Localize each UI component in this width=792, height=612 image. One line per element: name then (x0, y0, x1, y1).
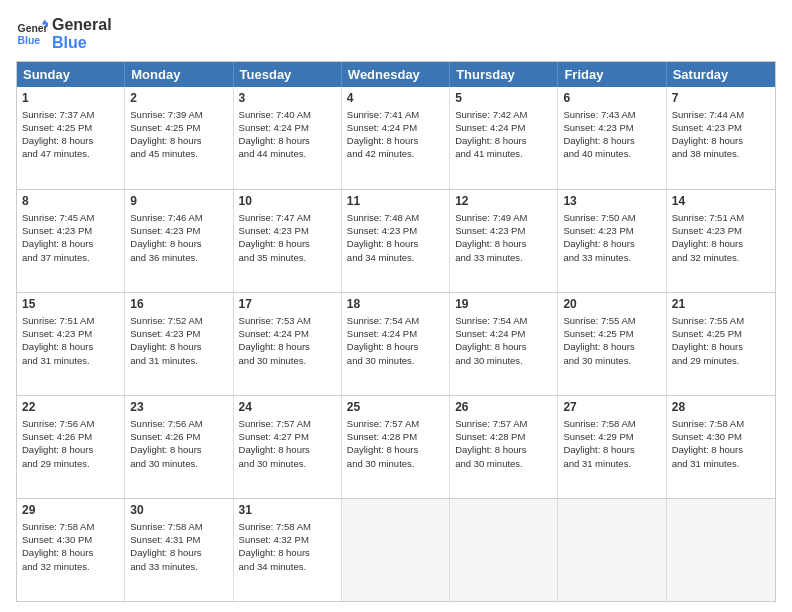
day-info-line: Sunrise: 7:57 AM (455, 417, 552, 430)
day-info-line: Sunset: 4:24 PM (455, 121, 552, 134)
day-info-line: Daylight: 8 hours (455, 134, 552, 147)
day-info-line: Sunset: 4:23 PM (563, 121, 660, 134)
calendar-cell: 14Sunrise: 7:51 AMSunset: 4:23 PMDayligh… (667, 190, 775, 292)
calendar-cell: 20Sunrise: 7:55 AMSunset: 4:25 PMDayligh… (558, 293, 666, 395)
day-number: 15 (22, 296, 119, 313)
day-info-line: and 34 minutes. (347, 251, 444, 264)
calendar-header-day: Friday (558, 62, 666, 87)
day-info-line: and 29 minutes. (22, 457, 119, 470)
day-number: 3 (239, 90, 336, 107)
calendar-cell: 25Sunrise: 7:57 AMSunset: 4:28 PMDayligh… (342, 396, 450, 498)
calendar-body: 1Sunrise: 7:37 AMSunset: 4:25 PMDaylight… (17, 87, 775, 601)
day-info-line: and 29 minutes. (672, 354, 770, 367)
header: General Blue General Blue (16, 16, 776, 53)
day-info-line: Sunrise: 7:41 AM (347, 108, 444, 121)
day-info-line: Sunset: 4:30 PM (22, 533, 119, 546)
day-info-line: Sunset: 4:30 PM (672, 430, 770, 443)
day-info-line: Daylight: 8 hours (22, 340, 119, 353)
day-info-line: Sunrise: 7:43 AM (563, 108, 660, 121)
day-info-line: Sunrise: 7:54 AM (347, 314, 444, 327)
day-info-line: Sunrise: 7:58 AM (563, 417, 660, 430)
day-info-line: and 42 minutes. (347, 147, 444, 160)
day-info-line: Sunset: 4:23 PM (672, 224, 770, 237)
calendar-cell: 18Sunrise: 7:54 AMSunset: 4:24 PMDayligh… (342, 293, 450, 395)
day-number: 31 (239, 502, 336, 519)
calendar-cell: 8Sunrise: 7:45 AMSunset: 4:23 PMDaylight… (17, 190, 125, 292)
day-info-line: and 45 minutes. (130, 147, 227, 160)
day-info-line: and 35 minutes. (239, 251, 336, 264)
calendar-header-day: Monday (125, 62, 233, 87)
day-info-line: Sunrise: 7:56 AM (22, 417, 119, 430)
day-info-line: and 30 minutes. (239, 457, 336, 470)
day-number: 7 (672, 90, 770, 107)
calendar-cell: 27Sunrise: 7:58 AMSunset: 4:29 PMDayligh… (558, 396, 666, 498)
day-info-line: Sunrise: 7:57 AM (239, 417, 336, 430)
day-info-line: Daylight: 8 hours (239, 134, 336, 147)
day-info-line: Daylight: 8 hours (563, 443, 660, 456)
day-info-line: Sunset: 4:23 PM (22, 224, 119, 237)
day-info-line: Daylight: 8 hours (130, 340, 227, 353)
day-info-line: Daylight: 8 hours (22, 237, 119, 250)
day-info-line: Sunset: 4:24 PM (239, 327, 336, 340)
day-info-line: Sunrise: 7:39 AM (130, 108, 227, 121)
calendar-cell-empty (450, 499, 558, 601)
day-info-line: and 31 minutes. (130, 354, 227, 367)
day-number: 5 (455, 90, 552, 107)
day-info-line: and 31 minutes. (22, 354, 119, 367)
day-info-line: and 30 minutes. (347, 354, 444, 367)
calendar-header-day: Tuesday (234, 62, 342, 87)
calendar-cell: 21Sunrise: 7:55 AMSunset: 4:25 PMDayligh… (667, 293, 775, 395)
day-info-line: Sunrise: 7:37 AM (22, 108, 119, 121)
day-number: 11 (347, 193, 444, 210)
logo-icon: General Blue (16, 18, 48, 50)
day-info-line: Daylight: 8 hours (455, 237, 552, 250)
day-info-line: and 44 minutes. (239, 147, 336, 160)
day-info-line: Daylight: 8 hours (347, 340, 444, 353)
day-info-line: Sunset: 4:26 PM (22, 430, 119, 443)
calendar-cell: 22Sunrise: 7:56 AMSunset: 4:26 PMDayligh… (17, 396, 125, 498)
calendar-cell: 13Sunrise: 7:50 AMSunset: 4:23 PMDayligh… (558, 190, 666, 292)
calendar-week-row: 22Sunrise: 7:56 AMSunset: 4:26 PMDayligh… (17, 395, 775, 498)
day-info-line: Daylight: 8 hours (563, 340, 660, 353)
day-info-line: Sunrise: 7:53 AM (239, 314, 336, 327)
day-info-line: Daylight: 8 hours (672, 134, 770, 147)
day-info-line: Daylight: 8 hours (239, 340, 336, 353)
day-info-line: and 30 minutes. (239, 354, 336, 367)
day-info-line: Sunrise: 7:58 AM (239, 520, 336, 533)
day-info-line: Sunrise: 7:45 AM (22, 211, 119, 224)
calendar-header: SundayMondayTuesdayWednesdayThursdayFrid… (17, 62, 775, 87)
day-info-line: and 31 minutes. (563, 457, 660, 470)
calendar-cell: 12Sunrise: 7:49 AMSunset: 4:23 PMDayligh… (450, 190, 558, 292)
day-info-line: Sunrise: 7:55 AM (672, 314, 770, 327)
day-number: 25 (347, 399, 444, 416)
calendar-week-row: 15Sunrise: 7:51 AMSunset: 4:23 PMDayligh… (17, 292, 775, 395)
day-number: 14 (672, 193, 770, 210)
day-info-line: Sunrise: 7:42 AM (455, 108, 552, 121)
calendar-cell: 28Sunrise: 7:58 AMSunset: 4:30 PMDayligh… (667, 396, 775, 498)
day-info-line: Sunrise: 7:50 AM (563, 211, 660, 224)
day-info-line: Sunset: 4:25 PM (130, 121, 227, 134)
day-info-line: Sunrise: 7:48 AM (347, 211, 444, 224)
day-number: 8 (22, 193, 119, 210)
calendar-cell: 26Sunrise: 7:57 AMSunset: 4:28 PMDayligh… (450, 396, 558, 498)
day-info-line: and 33 minutes. (563, 251, 660, 264)
day-info-line: Daylight: 8 hours (130, 443, 227, 456)
day-info-line: Daylight: 8 hours (22, 134, 119, 147)
day-info-line: and 30 minutes. (455, 354, 552, 367)
day-info-line: Daylight: 8 hours (672, 443, 770, 456)
day-number: 17 (239, 296, 336, 313)
calendar-cell: 15Sunrise: 7:51 AMSunset: 4:23 PMDayligh… (17, 293, 125, 395)
day-number: 21 (672, 296, 770, 313)
day-info-line: Daylight: 8 hours (455, 443, 552, 456)
day-info-line: Daylight: 8 hours (347, 237, 444, 250)
day-info-line: Sunrise: 7:52 AM (130, 314, 227, 327)
day-info-line: and 30 minutes. (347, 457, 444, 470)
calendar-cell: 1Sunrise: 7:37 AMSunset: 4:25 PMDaylight… (17, 87, 125, 189)
day-number: 26 (455, 399, 552, 416)
day-number: 29 (22, 502, 119, 519)
day-info-line: and 32 minutes. (672, 251, 770, 264)
day-info-line: Daylight: 8 hours (672, 237, 770, 250)
calendar-cell: 24Sunrise: 7:57 AMSunset: 4:27 PMDayligh… (234, 396, 342, 498)
day-info-line: Sunset: 4:24 PM (455, 327, 552, 340)
day-info-line: and 32 minutes. (22, 560, 119, 573)
